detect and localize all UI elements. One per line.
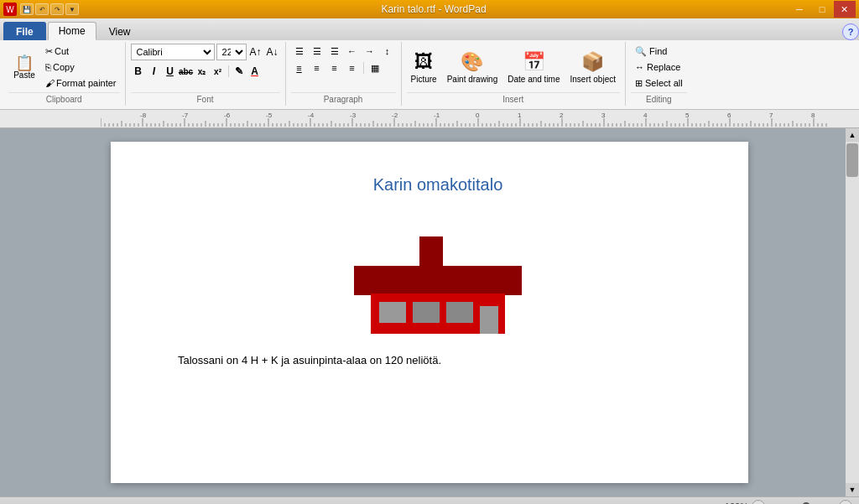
replace-button[interactable]: ↔ Replace	[631, 60, 687, 75]
font-name-select[interactable]: Calibri	[131, 44, 215, 60]
document-title: Karin omakotitalo	[178, 175, 698, 195]
find-button[interactable]: 🔍 Find	[631, 44, 687, 59]
ribbon: 📋 Paste ✂ Cut ⎘ Copy 🖌 Format painter	[0, 40, 859, 110]
svg-rect-4	[379, 302, 406, 323]
minimize-button[interactable]: ─	[789, 1, 810, 18]
paragraph-content: ☰ ☰ ☰ ← → ↕ ≡ ≡ ≡ ≡ ▦	[291, 44, 396, 91]
align-right-button[interactable]: ≡	[326, 60, 343, 75]
tab-home[interactable]: Home	[48, 22, 96, 40]
house-svg	[329, 220, 547, 337]
copy-button[interactable]: ⎘ Copy	[42, 60, 120, 75]
group-font: Calibri 22 A↑ A↓ B I U abc x₂ x² ✎	[126, 42, 286, 106]
clipboard-small-buttons: ✂ Cut ⎘ Copy 🖌 Format painter	[42, 44, 120, 91]
format-painter-button[interactable]: 🖌 Format painter	[42, 75, 120, 91]
align-left-button[interactable]: ≡	[291, 60, 308, 75]
svg-rect-7	[480, 306, 498, 334]
status-bar: 100% − +	[0, 496, 859, 504]
font-format-row: B I U abc x₂ x² ✎ A	[131, 64, 263, 79]
picture-button[interactable]: 🖼 Picture	[407, 44, 441, 91]
select-all-label: Select all	[645, 78, 683, 88]
app-icon: W	[3, 3, 17, 16]
zoom-level: 100%	[725, 501, 748, 505]
house-illustration	[178, 220, 698, 337]
body-text: Talossani on 4 H + K ja asuinpinta-alaa …	[178, 354, 441, 366]
group-editing: 🔍 Find ↔ Replace ⊞ Select all Editing	[626, 42, 692, 106]
format-painter-icon: 🖌	[45, 78, 55, 88]
format-painter-label: Format painter	[56, 78, 117, 88]
font-shrink-button[interactable]: A↓	[265, 44, 280, 60]
editing-group-label: Editing	[631, 92, 687, 104]
copy-icon: ⎘	[45, 62, 51, 72]
group-insert: 🖼 Picture 🎨 Paint drawing 📅 Date and tim…	[402, 42, 626, 106]
bullets-button[interactable]: ☰	[291, 44, 308, 59]
svg-rect-1	[419, 236, 443, 270]
close-button[interactable]: ✕	[834, 1, 856, 18]
paint-drawing-button[interactable]: 🎨 Paint drawing	[443, 44, 502, 91]
font-separator	[228, 65, 229, 77]
save-qs-button[interactable]: 💾	[20, 3, 34, 15]
scroll-thumb[interactable]	[846, 143, 858, 177]
paragraph-group-label: Paragraph	[291, 92, 396, 104]
italic-button[interactable]: I	[147, 64, 162, 79]
clipboard-group-label: Clipboard	[8, 92, 120, 104]
select-all-icon: ⊞	[635, 78, 643, 89]
date-time-button[interactable]: 📅 Date and time	[503, 44, 564, 91]
select-all-button[interactable]: ⊞ Select all	[631, 75, 687, 91]
scroll-down-arrow[interactable]: ▼	[846, 483, 859, 496]
highlight-button[interactable]: ✎	[232, 64, 247, 79]
numbering-button[interactable]: ☰	[309, 44, 325, 59]
line-spacing-button[interactable]: ↕	[379, 44, 396, 59]
window-title: Karin talo.rtf - WordPad	[381, 3, 486, 15]
strikethrough-button[interactable]: abc	[179, 64, 194, 79]
maximize-button[interactable]: □	[811, 1, 833, 18]
svg-rect-5	[413, 302, 440, 323]
scroll-up-arrow[interactable]: ▲	[846, 128, 859, 142]
customize-qs-button[interactable]: ▼	[65, 3, 79, 15]
paint-icon: 🎨	[461, 51, 483, 73]
cut-button[interactable]: ✂ Cut	[42, 44, 120, 59]
zoom-controls: 100% − +	[725, 500, 852, 505]
justify-button[interactable]: ≡	[344, 60, 361, 75]
editing-content: 🔍 Find ↔ Replace ⊞ Select all	[631, 44, 687, 91]
title-bar-left: W 💾 ↶ ↷ ▼	[3, 3, 79, 16]
indent-less-button[interactable]: ←	[344, 44, 361, 59]
font-color-button[interactable]: A	[247, 64, 263, 79]
tab-view[interactable]: View	[98, 22, 142, 40]
picture-label: Picture	[411, 75, 437, 84]
shading-button[interactable]: ▦	[367, 60, 383, 75]
document-body: Talossani on 4 H + K ja asuinpinta-alaa …	[178, 354, 698, 366]
cut-icon: ✂	[45, 46, 53, 57]
document[interactable]: Karin omakotitalo Talossani on 4 H + K j…	[111, 142, 748, 483]
list-style-button[interactable]: ☰	[326, 44, 343, 59]
window-controls: ─ □ ✕	[789, 1, 856, 18]
bold-button[interactable]: B	[131, 64, 146, 79]
zoom-out-button[interactable]: −	[752, 500, 765, 505]
paste-button[interactable]: 📋 Paste	[8, 46, 40, 88]
tab-file[interactable]: File	[3, 22, 46, 40]
editing-buttons: 🔍 Find ↔ Replace ⊞ Select all	[631, 44, 687, 91]
font-selector-row: Calibri 22 A↑ A↓	[131, 44, 280, 60]
font-grow-button[interactable]: A↑	[248, 44, 263, 60]
quick-access-toolbar: 💾 ↶ ↷ ▼	[20, 3, 79, 15]
underline-button[interactable]: U	[163, 64, 178, 79]
date-time-icon: 📅	[523, 51, 545, 73]
redo-qs-button[interactable]: ↷	[50, 3, 64, 15]
undo-qs-button[interactable]: ↶	[35, 3, 49, 15]
superscript-button[interactable]: x²	[211, 64, 226, 79]
font-size-select[interactable]: 22	[216, 44, 247, 60]
align-center-button[interactable]: ≡	[309, 60, 325, 75]
insert-object-label: Insert object	[570, 75, 616, 84]
group-paragraph: ☰ ☰ ☰ ← → ↕ ≡ ≡ ≡ ≡ ▦ Paragraph	[286, 42, 402, 106]
svg-rect-2	[354, 266, 522, 295]
ribbon-content: 📋 Paste ✂ Cut ⎘ Copy 🖌 Format painter	[0, 40, 859, 109]
zoom-in-button[interactable]: +	[839, 500, 852, 505]
font-content: Calibri 22 A↑ A↓ B I U abc x₂ x² ✎	[131, 44, 280, 91]
para-row-1: ☰ ☰ ☰ ← → ↕	[291, 44, 396, 59]
font-group-label: Font	[131, 92, 280, 104]
ruler-marks	[101, 110, 830, 127]
insert-object-button[interactable]: 📦 Insert object	[566, 44, 620, 91]
subscript-button[interactable]: x₂	[195, 64, 210, 79]
help-button[interactable]: ?	[842, 23, 859, 40]
scrollbar-vertical[interactable]: ▲ ▼	[846, 128, 859, 496]
indent-more-button[interactable]: →	[362, 44, 378, 59]
